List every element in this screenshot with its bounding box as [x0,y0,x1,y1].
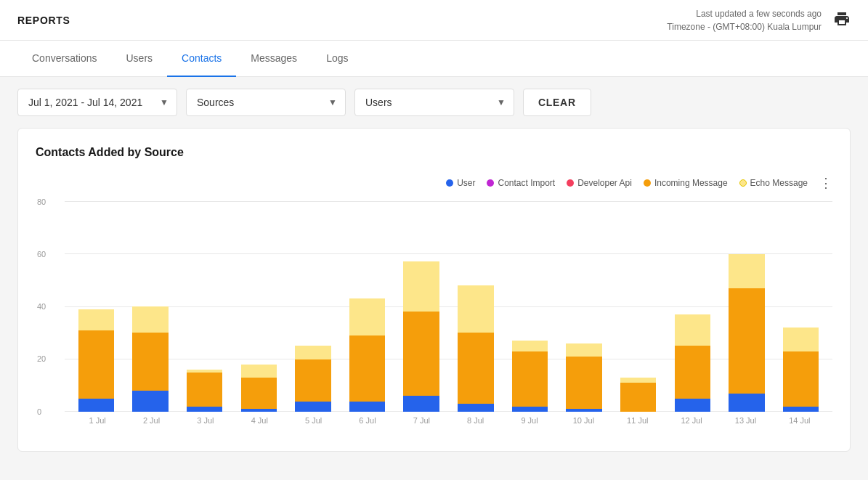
bar-segment-echo_message [241,365,277,378]
x-label: 13 Jul [718,412,772,434]
legend-user: User [446,178,475,188]
legend-more-icon[interactable]: ⋮ [819,176,832,190]
bar-group [559,201,610,412]
legend-user-dot [446,179,453,187]
sources-wrapper: Sources ▼ [186,89,346,116]
bar-segment-incoming_message [458,333,493,404]
bar-segment-incoming_message [566,357,601,410]
header: REPORTS Last updated a few seconds ago T… [0,0,868,41]
bar-group [70,201,122,412]
bar-segment-incoming_message [403,312,439,396]
legend-incoming-message-dot [644,179,651,187]
users-wrapper: Users ▼ [354,89,514,116]
bar-segment-echo_message [783,328,819,351]
legend-incoming-message: Incoming Message [644,178,728,188]
bar-segment-incoming_message [241,378,277,410]
bar-segment-echo_message [349,298,385,335]
bar-segment-echo_message [566,343,601,357]
legend-contact-import-dot [487,179,494,187]
tab-users[interactable]: Users [112,41,168,77]
bar-group [288,201,339,412]
x-label: 9 Jul [503,412,556,434]
bar-segment-user [132,391,168,412]
print-icon[interactable] [833,10,851,30]
x-label: 12 Jul [665,412,718,434]
legend-developer-api: Developer Api [567,178,632,188]
bar-segment-user [78,399,114,412]
y-label-40: 40 [37,302,46,311]
bar-group [125,201,177,412]
header-right: Last updated a few seconds ago Timezone … [667,7,851,33]
x-label: 1 Jul [70,412,124,434]
chart-area: 80 60 40 20 0 1 Jul2 Jul3 Jul4 Jul [36,201,832,434]
chart-title: Contacts Added by Source [36,146,832,159]
legend-developer-api-dot [567,179,574,187]
tab-contacts[interactable]: Contacts [167,41,236,77]
x-label: 3 Jul [179,412,232,434]
bar-segment-user [512,407,548,412]
tab-bar: Conversations Users Contacts Messages Lo… [0,41,868,77]
bar-segment-incoming_message [295,359,330,402]
x-label: 6 Jul [341,412,394,434]
sources-select[interactable]: Sources [186,89,346,116]
bar-group [721,201,773,412]
legend-echo-message-dot [739,179,747,187]
bar-segment-user [458,404,493,412]
x-labels: 1 Jul2 Jul3 Jul4 Jul5 Jul6 Jul7 Jul8 Jul… [65,412,832,434]
legend-echo-message: Echo Message [739,178,808,188]
y-label-60: 60 [37,250,46,259]
bar-segment-incoming_message [349,335,385,402]
bar-group [179,201,230,412]
tab-conversations[interactable]: Conversations [17,41,112,77]
tab-messages[interactable]: Messages [236,41,312,77]
bar-segment-echo_message [729,254,764,288]
x-label: 2 Jul [124,412,178,434]
bar-group [233,201,285,412]
bar-segment-user [349,402,385,412]
date-range-wrapper: Jul 1, 2021 - Jul 14, 2021 ▼ [17,89,177,116]
bar-segment-incoming_message [132,333,168,391]
y-label-20: 20 [37,354,46,363]
bar-group [341,201,393,412]
bar-segment-user [295,402,330,412]
page-title: REPORTS [17,15,70,26]
bar-segment-echo_message [132,306,168,333]
bar-segment-user [783,407,819,412]
chart-legend: User Contact Import Developer Api Incomi… [36,176,832,190]
date-range-select[interactable]: Jul 1, 2021 - Jul 14, 2021 [17,89,177,116]
x-label: 8 Jul [449,412,503,434]
bar-segment-incoming_message [187,373,222,407]
chart-container: Contacts Added by Source User Contact Im… [17,128,851,452]
bar-segment-incoming_message [78,330,114,399]
last-updated: Last updated a few seconds ago Timezone … [667,7,822,33]
bar-segment-user [729,394,764,412]
bar-segment-echo_message [675,314,710,346]
tab-logs[interactable]: Logs [312,41,362,77]
bar-group [504,201,556,412]
bar-group [396,201,447,412]
bar-segment-incoming_message [729,288,764,394]
bar-segment-echo_message [512,341,548,351]
y-label-80: 80 [37,198,46,206]
bar-segment-echo_message [403,261,439,312]
x-label: 10 Jul [556,412,610,434]
bar-segment-echo_message [78,309,114,330]
x-label: 5 Jul [286,412,340,434]
bar-group [667,201,718,412]
bar-segment-user [187,407,222,412]
x-label: 14 Jul [773,412,827,434]
bars-wrapper [65,201,832,412]
bar-segment-echo_message [620,378,656,383]
bar-group [612,201,664,412]
bar-segment-echo_message [458,285,493,333]
x-label: 7 Jul [394,412,448,434]
users-select[interactable]: Users [354,89,514,116]
x-label: 11 Jul [611,412,665,434]
filters-bar: Jul 1, 2021 - Jul 14, 2021 ▼ Sources ▼ U… [0,77,868,128]
bar-segment-user [403,396,439,412]
x-label: 4 Jul [232,412,286,434]
clear-button[interactable]: CLEAR [523,89,591,116]
bar-segment-incoming_message [783,351,819,407]
bar-group [450,201,501,412]
bar-segment-incoming_message [620,383,656,412]
